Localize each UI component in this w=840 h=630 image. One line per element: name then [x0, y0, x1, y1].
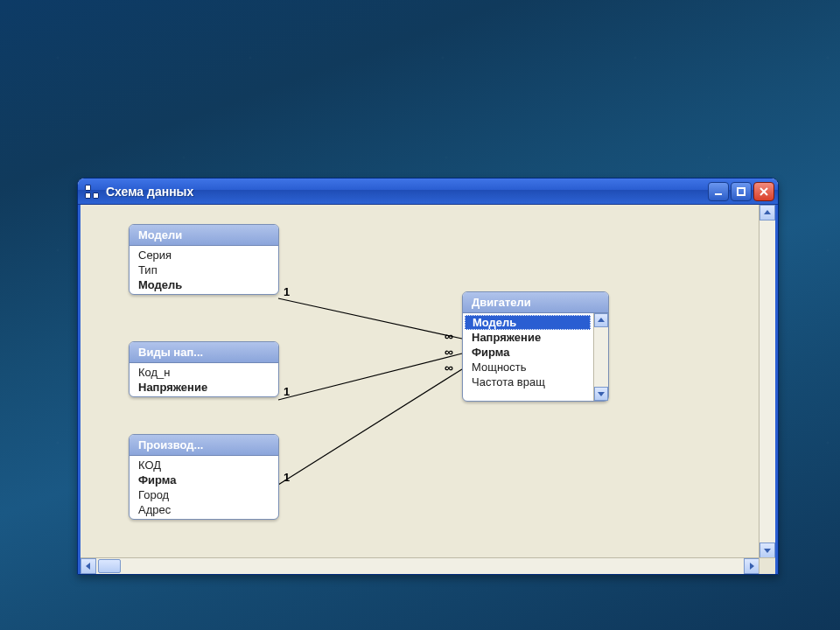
field-item[interactable]: Тип [130, 262, 278, 277]
field-item[interactable]: Мощность [463, 360, 592, 374]
scroll-up-button[interactable] [594, 313, 608, 327]
relationships-icon [85, 185, 99, 199]
close-button[interactable] [753, 182, 774, 201]
table-title[interactable]: Виды нап... [130, 342, 278, 363]
table-producers[interactable]: Производ... КОД Фирма Город Адрес [129, 434, 279, 520]
svg-line-5 [278, 354, 462, 400]
table-title[interactable]: Модели [130, 225, 278, 246]
titlebar[interactable]: Схема данных [78, 178, 778, 205]
scroll-up-button[interactable] [760, 205, 775, 220]
horizontal-scrollbar[interactable] [80, 557, 760, 574]
table-models[interactable]: Модели Серия Тип Модель [129, 224, 279, 295]
cardinality-many: ∞ [444, 360, 453, 374]
table-title[interactable]: Двигатели [463, 292, 608, 313]
window-title: Схема данных [106, 185, 193, 199]
vertical-scrollbar[interactable] [759, 205, 775, 558]
field-item-selected[interactable]: Модель [465, 315, 591, 330]
field-item[interactable]: Модель [130, 277, 278, 292]
cardinality-many: ∞ [444, 329, 453, 343]
scroll-left-button[interactable] [80, 558, 96, 574]
field-item[interactable]: Адрес [130, 502, 278, 517]
svg-line-6 [278, 369, 462, 485]
maximize-button[interactable] [731, 182, 752, 201]
field-item[interactable]: Напряжение [463, 330, 592, 345]
field-item[interactable]: Фирма [130, 472, 278, 487]
field-item[interactable]: Код_н [130, 365, 278, 380]
scrollbar-corner [759, 557, 775, 574]
minimize-button[interactable] [708, 182, 729, 201]
cardinality-many: ∞ [444, 345, 453, 359]
cardinality-one: 1 [284, 385, 290, 398]
field-item[interactable]: Напряжение [130, 380, 278, 395]
relationships-window: Схема данных 1 [77, 178, 779, 575]
cardinality-one: 1 [284, 285, 290, 298]
table-engines[interactable]: Двигатели Модель Напряжение Фирма Мощнос… [462, 291, 609, 402]
field-item[interactable]: Город [130, 487, 278, 502]
table-title[interactable]: Производ... [130, 435, 278, 456]
window-buttons [708, 182, 774, 201]
field-item[interactable]: Фирма [463, 345, 592, 360]
field-list-scrollbar[interactable] [593, 313, 608, 401]
scroll-down-button[interactable] [760, 542, 775, 558]
field-item[interactable]: Серия [130, 248, 278, 262]
svg-rect-1 [738, 188, 745, 195]
scroll-thumb[interactable] [98, 559, 121, 573]
table-voltage-types[interactable]: Виды нап... Код_н Напряжение [129, 341, 279, 397]
scroll-right-button[interactable] [744, 558, 760, 574]
field-item[interactable]: Частота вращ [463, 374, 592, 389]
scroll-down-button[interactable] [594, 387, 608, 401]
diagram-canvas[interactable]: 1 1 1 ∞ ∞ ∞ Модели Серия Тип Модель Виды… [80, 205, 760, 558]
cardinality-one: 1 [284, 471, 290, 484]
field-item[interactable]: КОД [130, 458, 278, 472]
svg-line-4 [278, 298, 462, 339]
client-area: 1 1 1 ∞ ∞ ∞ Модели Серия Тип Модель Виды… [78, 205, 778, 574]
